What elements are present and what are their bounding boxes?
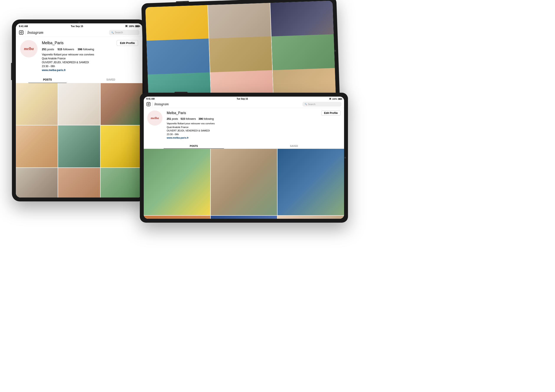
camera-dot-top-right [335,50,336,52]
status-icons-br: ⌘ 100% [329,98,342,100]
avatar-logo-br: melba [151,116,159,120]
instagram-logo-icon [19,30,24,35]
ig-header-left: Instagram 🔍 Search [16,29,142,37]
battery-icon-br [338,98,342,100]
status-icons-left: ⌘ 100% [125,25,139,28]
instagram-logo-icon-br [146,102,151,106]
bio-left: Vaporetto flottant pour retrouver vos co… [42,53,138,68]
avatar-br: melba [147,110,162,126]
status-time-br: 9:41 AM [146,98,154,100]
status-date-br: Tue Sep 15 [236,98,248,100]
wifi-icon-br: ⌘ [329,98,331,100]
followers-stat-br: 515 followers [181,117,196,121]
grid-cell-5[interactable] [58,125,100,167]
grid-cell-9[interactable] [101,168,142,198]
side-button-left[interactable] [11,63,12,80]
search-bar-br[interactable]: 🔍 Search [302,102,342,107]
grid-cell-1[interactable] [16,83,58,125]
br-cell-6[interactable] [278,216,344,219]
svg-point-2 [22,31,22,32]
tab-posts-br[interactable]: POSTS [144,143,244,149]
following-stat-left: 396 following [78,48,94,51]
avatar-left: melba [20,40,37,57]
br-cell-1[interactable] [144,149,210,215]
svg-point-5 [149,103,150,104]
tablet-top-right-screen [145,1,336,108]
br-cell-3[interactable] [278,149,344,215]
following-stat-br: 396 following [199,117,214,121]
profile-name-row-br: Melba_Paris Edit Profile [167,110,341,116]
grid-top-right [145,1,336,108]
website-left[interactable]: www.melba-paris.fr [42,69,138,72]
battery-percent: 100% [129,25,134,28]
br-cell-5[interactable] [211,216,277,219]
battery-percent-br: 100% [332,98,337,100]
grid-cell-4[interactable] [16,125,58,167]
tab-saved-br[interactable]: SAVED [244,143,344,149]
side-button-top-br[interactable] [175,92,188,93]
status-date-left: Tue Sep 15 [71,25,83,28]
battery-icon [135,25,139,27]
ig-header-br: Instagram 🔍 Search [144,101,344,108]
profile-name-row-left: Melba_Paris Edit Profile [42,40,138,46]
tablet-bottom-right: 9:41 AM Tue Sep 15 ⌘ 100% Instagram 🔍 Se… [140,93,348,223]
search-placeholder-br: Search [308,103,315,106]
camera-dot-bottom-right [344,157,346,158]
status-time-left: 9:41 AM [19,25,28,28]
side-button-top-right[interactable] [176,1,189,2]
search-icon-left: 🔍 [111,31,114,34]
tab-saved-left[interactable]: SAVED [79,76,142,83]
username-br: Melba_Paris [167,111,186,115]
profile-info-br: Melba_Paris Edit Profile 251 posts 515 f… [167,110,341,139]
status-bar-br: 9:41 AM Tue Sep 15 ⌘ 100% [144,97,344,101]
username-left: Melba_Paris [42,41,64,45]
bio-br: Vaporetto flottant pour retrouver vos co… [167,122,341,136]
followers-stat-left: 515 followers [58,48,74,51]
profile-section-left: melba Melba_Paris Edit Profile 251 posts… [16,37,142,76]
edit-profile-button-br[interactable]: Edit Profile [321,110,341,116]
posts-stat-left: 251 posts [42,48,54,51]
camera-dot-left [78,21,80,23]
grid-cell-8[interactable] [58,168,100,198]
status-bar-left: 9:41 AM Tue Sep 15 ⌘ 100% [16,23,142,29]
svg-rect-0 [19,30,23,35]
ig-wordmark-br: Instagram [154,102,301,106]
ig-wordmark-left: Instagram [27,30,107,35]
tab-posts-left[interactable]: POSTS [16,76,79,83]
svg-point-1 [20,32,22,33]
svg-point-4 [148,104,149,105]
grid-cell-7[interactable] [16,168,58,198]
edit-profile-button-left[interactable]: Edit Profile [117,40,138,46]
wifi-icon: ⌘ [125,25,128,28]
profile-top-left: melba Melba_Paris Edit Profile 251 posts… [20,40,138,72]
profile-top-br: melba Melba_Paris Edit Profile 251 posts… [147,110,341,139]
svg-rect-3 [147,102,150,106]
grid-left [16,83,142,198]
grid-br [144,149,344,219]
posts-stat-br: 251 posts [167,117,178,121]
stats-br: 251 posts 515 followers 396 following [167,117,341,121]
grid-cell-2[interactable] [58,83,100,125]
grid-cell-3[interactable] [101,83,142,125]
tabs-left: POSTS SAVED [16,76,142,83]
avatar-logo-left: melba [24,47,34,51]
website-br[interactable]: www.melba-paris.fr [167,136,341,139]
search-placeholder-left: Search [115,31,123,34]
tablet-bottom-right-screen: 9:41 AM Tue Sep 15 ⌘ 100% Instagram 🔍 Se… [144,97,344,219]
br-cell-4[interactable] [144,216,210,219]
br-cell-2[interactable] [211,149,277,215]
profile-section-br: melba Melba_Paris Edit Profile 251 posts… [144,108,344,143]
profile-info-left: Melba_Paris Edit Profile 251 posts 515 f… [42,40,138,72]
search-icon-br: 🔍 [305,103,307,105]
tablet-left-screen: 9:41 AM Tue Sep 15 ⌘ 100% Instagram 🔍 Se… [16,23,142,198]
header-divider [25,30,26,35]
tablet-left: 9:41 AM Tue Sep 15 ⌘ 100% Instagram 🔍 Se… [12,20,146,201]
stats-left: 251 posts 515 followers 396 following [42,48,138,51]
search-bar-left[interactable]: 🔍 Search [109,30,139,35]
grid-cell-6[interactable] [101,125,142,167]
tabs-br: POSTS SAVED [144,143,344,149]
